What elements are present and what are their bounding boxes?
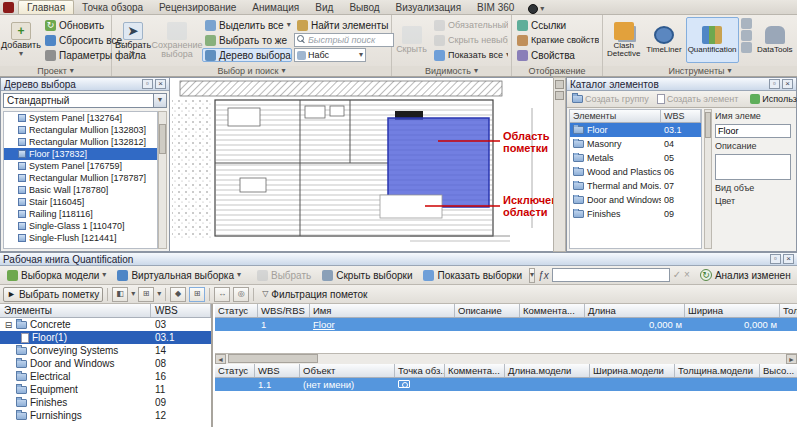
datatools-button[interactable]: DataTools [755,17,795,63]
description-field[interactable] [715,154,791,180]
group-label-display[interactable]: Отображение [512,66,603,76]
col-length[interactable]: Длина [585,304,685,317]
quick-properties-button[interactable]: Краткие свойства [514,33,600,47]
change-analysis-button[interactable]: ↻ Анализ изменен [696,267,795,283]
hide-takeoff-button[interactable]: Скрыть выборки [318,268,416,283]
tab-review[interactable]: Рецензирование [151,1,244,14]
tree-item[interactable]: Stair [116045] [4,196,157,208]
collapse-icon[interactable]: ⊟ [4,320,13,330]
col-wbs[interactable]: WBS [661,110,701,122]
float-panel-icon[interactable]: ▫ [142,79,153,89]
scroll-left-icon[interactable]: ◄ [215,354,226,364]
selection-resolution-combo[interactable]: Набс ▾ [294,48,366,62]
move-markup-button[interactable]: ↔ [214,287,230,302]
select-all-button[interactable]: Выделить все ▾ [202,18,292,32]
formula-input[interactable] [552,268,670,282]
wbs-row[interactable]: Furnishings12 [0,409,211,422]
wbs-row[interactable]: Equipment11 [0,383,211,396]
tree-item[interactable]: Rectangular Mullion [132803] [4,124,157,136]
tab-output[interactable]: Вывод [341,1,387,14]
wbs-row[interactable]: ⊟Concrete03 [0,318,211,331]
tree-item[interactable]: Rectangular Mullion [132812] [4,136,157,148]
col-thickness[interactable]: Толщина [780,304,797,317]
tab-bim360[interactable]: BIM 360 [469,1,522,14]
save-selection-button[interactable]: Сохранение выбора [154,17,200,63]
markup-area-highlight[interactable] [388,118,489,207]
col-object[interactable]: Объект [300,364,395,377]
paint-markup-button[interactable]: ◆ [170,287,186,302]
col-width[interactable]: Ширина [685,304,780,317]
col-wbs[interactable]: WBS [255,364,300,377]
tree-item[interactable]: Single-Glass 1 [110470] [4,220,157,232]
model-takeoff-button[interactable]: Выборка модели ▾ [3,268,110,283]
wbs-row[interactable]: Electrical16 [0,370,211,383]
cell-name-link[interactable]: Floor [310,319,455,330]
virtual-takeoff-button[interactable]: Виртуальная выборка ▾ [113,268,245,283]
find-items-button[interactable]: Найти элементы [294,18,394,32]
col-model-thickness[interactable]: Толщина.модели [675,364,760,377]
col-name[interactable]: Имя [310,304,455,317]
object-row-selected[interactable]: 1.1 (нет имени) [215,378,797,391]
item-row-selected[interactable]: 1 Floor 0,000 м 0,000 м 0,000 м [215,318,797,331]
tool-extra-icon-3[interactable] [741,42,752,53]
target-markup-button[interactable]: ◎ [233,287,249,302]
tab-animation[interactable]: Анимация [244,1,307,14]
wbs-row[interactable]: Door and Windows08 [0,357,211,370]
catalog-row[interactable]: Finishes09 [570,207,701,221]
wbs-row[interactable]: Finishes09 [0,396,211,409]
col-items[interactable]: Элементы [0,304,151,317]
grid-markup-button[interactable]: ⊞ [138,287,154,302]
col-comments[interactable]: Коммента... [520,304,585,317]
catalog-row[interactable]: Thermal and Mois...07 [570,179,701,193]
quick-find-box[interactable] [294,33,394,47]
tab-render[interactable]: Визуализация [388,1,469,14]
quantification-button[interactable]: Quantification [686,17,739,63]
side-strip-icon-2[interactable] [555,91,564,100]
tree-item-selected[interactable]: Floor [137832] [4,148,157,160]
hide-button[interactable]: Скрыть [394,17,429,63]
col-wbs-rbs[interactable]: WBS/RBS [258,304,310,317]
element-name-field[interactable] [715,124,791,138]
app-icon[interactable] [3,2,14,13]
col-items[interactable]: Элементы [570,110,661,122]
items-table-hscrollbar[interactable]: ◄ ► [215,353,797,364]
select-same-button[interactable]: Выбрать то же [202,33,292,47]
close-icon[interactable]: × [782,79,793,89]
catalog-row[interactable]: Door and Windows08 [570,193,701,207]
tree-item[interactable]: Single-Flush [121441] [4,232,157,244]
group-label-project[interactable]: Проект▾ [0,66,112,76]
select-markup-button[interactable]: ► Выбрать пометку [3,287,103,302]
catalog-row-selected[interactable]: Floor03.1 [570,123,701,137]
show-takeoff-button[interactable]: Показать выборки [419,268,526,283]
group-label-tools[interactable]: Инструменты▾ [603,66,797,76]
properties-button[interactable]: Свойства [514,48,600,62]
col-wbs[interactable]: WBS [151,304,211,317]
tool-extra-icon-1[interactable] [741,18,752,29]
tree-scrollbar[interactable] [158,111,167,249]
create-item-button[interactable]: Создать элемент [654,92,742,106]
quick-find-input[interactable] [308,35,388,45]
create-group-button[interactable]: Создать группу [569,92,652,106]
float-panel-icon[interactable]: ▫ [769,79,780,89]
catalog-row[interactable]: Wood and Plastics06 [570,165,701,179]
cell-viewpoint[interactable] [395,379,445,390]
col-model-width[interactable]: Ширина.модели [590,364,675,377]
timeliner-button[interactable]: TimeLiner [644,17,683,63]
rect-markup-button[interactable]: ◧ [112,287,128,302]
unhide-all-button[interactable]: Показать все ▾ [431,48,509,62]
col-model-height[interactable]: Высо... [760,364,797,377]
tab-view[interactable]: Вид [307,1,341,14]
col-status[interactable]: Статус [215,364,255,377]
tree-item[interactable]: Basic Wall [178780] [4,184,157,196]
col-comments[interactable]: Коммента... [445,364,505,377]
tool-extra-icon-2[interactable] [741,30,752,41]
wbs-row[interactable]: Conveying Systems14 [0,344,211,357]
tree-item[interactable]: Railing [118116] [4,208,157,220]
catalog-row[interactable]: Masonry04 [570,137,701,151]
takeoff-options-button[interactable]: ▾ [529,268,535,283]
area-grid-button[interactable]: ⊞ [189,287,205,302]
hide-unselected-button[interactable]: Скрыть невыбранные [431,33,509,47]
tree-mode-combo[interactable]: Стандартный ▾ [3,93,167,108]
tree-item[interactable]: System Panel [176759] [4,160,157,172]
selection-tree-button[interactable]: Дерево выбора [202,48,292,62]
